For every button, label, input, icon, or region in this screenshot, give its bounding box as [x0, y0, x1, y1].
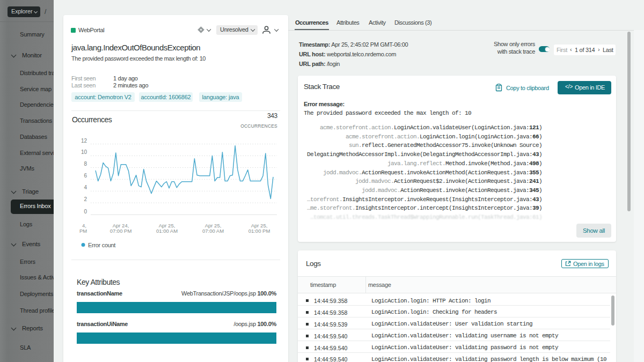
svg-text:Error count: Error count — [88, 242, 115, 248]
svg-text:2: 2 — [84, 196, 87, 202]
svg-text:6: 6 — [84, 173, 87, 179]
svg-text:01:00 AM: 01:00 AM — [156, 228, 178, 234]
svg-text:4: 4 — [84, 184, 87, 190]
svg-text:10: 10 — [81, 149, 87, 155]
svg-text:12: 12 — [81, 138, 87, 144]
svg-text:PM: PM — [79, 228, 87, 234]
svg-text:0: 0 — [84, 209, 87, 215]
svg-text:8: 8 — [84, 161, 87, 167]
svg-text:07:00 AM: 07:00 AM — [202, 228, 224, 234]
svg-text:07:00 PM: 07:00 PM — [110, 228, 132, 234]
svg-text:01:00 PM: 01:00 PM — [248, 228, 270, 234]
